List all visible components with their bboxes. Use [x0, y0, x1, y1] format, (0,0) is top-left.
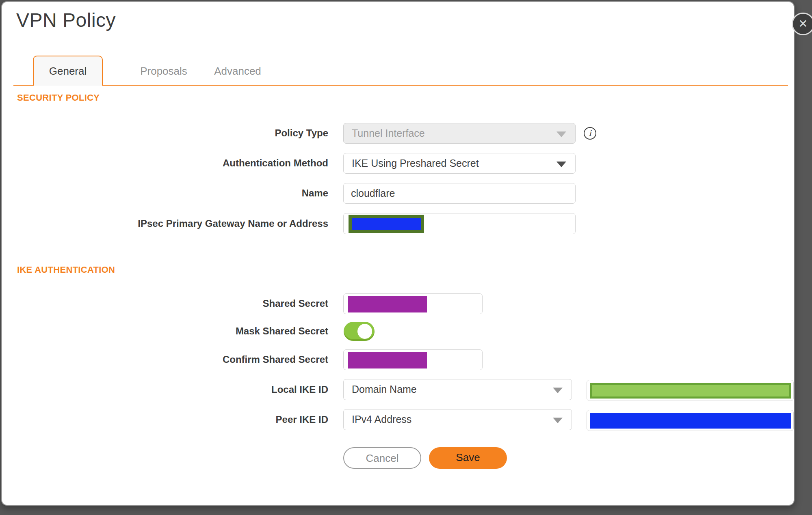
name-input[interactable]: [344, 183, 575, 203]
policy-type-label: Policy Type: [0, 127, 328, 139]
name-field-wrap: [343, 183, 576, 204]
peer-ike-id-value-input[interactable]: [587, 410, 794, 431]
tab-general[interactable]: General: [33, 56, 103, 86]
mask-shared-secret-toggle[interactable]: [344, 322, 375, 341]
chevron-down-icon: [556, 162, 566, 167]
shared-secret-redaction-box: [348, 296, 427, 312]
local-ike-id-value-input[interactable]: [587, 380, 794, 401]
local-ike-id-select[interactable]: Domain Name: [343, 379, 572, 400]
name-label: Name: [0, 187, 328, 199]
local-ike-id-redaction-box: [590, 383, 791, 399]
gateway-redaction-box: [349, 215, 424, 233]
gateway-input[interactable]: [343, 213, 576, 234]
dialog-title: VPN Policy: [16, 9, 116, 31]
tab-proposals-label: Proposals: [140, 65, 187, 77]
tab-proposals[interactable]: Proposals: [131, 56, 196, 86]
chevron-down-icon: [556, 131, 566, 137]
shared-secret-label: Shared Secret: [0, 297, 328, 310]
section-ike-authentication: IKE AUTHENTICATION: [17, 265, 115, 275]
cancel-button[interactable]: Cancel: [343, 447, 421, 469]
authentication-method-value: IKE Using Preshared Secret: [352, 153, 479, 173]
gateway-label: IPsec Primary Gateway Name or Address: [0, 218, 328, 230]
toggle-knob: [357, 324, 372, 339]
mask-shared-secret-label: Mask Shared Secret: [0, 325, 328, 337]
confirm-shared-secret-label: Confirm Shared Secret: [0, 353, 328, 366]
peer-ike-id-label: Peer IKE ID: [0, 414, 328, 426]
local-ike-id-label: Local IKE ID: [0, 384, 328, 396]
confirm-shared-secret-input[interactable]: [343, 349, 483, 370]
policy-type-value: Tunnel Interface: [352, 123, 425, 143]
authentication-method-select[interactable]: IKE Using Preshared Secret: [343, 153, 576, 174]
chevron-down-icon: [553, 388, 563, 393]
section-security-policy: SECURITY POLICY: [17, 93, 100, 103]
tab-advanced[interactable]: Advanced: [205, 56, 270, 86]
chevron-down-icon: [553, 418, 563, 423]
peer-ike-id-type: IPv4 Address: [352, 409, 411, 429]
modal-overlay: VPN Policy ✕ General Proposals Advanced …: [0, 0, 812, 515]
save-button[interactable]: Save: [429, 447, 507, 469]
local-ike-id-type: Domain Name: [352, 379, 417, 399]
tab-general-label: General: [49, 65, 87, 77]
info-icon[interactable]: i: [584, 127, 596, 140]
close-button[interactable]: ✕: [792, 13, 812, 35]
peer-ike-id-select[interactable]: IPv4 Address: [343, 409, 572, 430]
tab-advanced-label: Advanced: [214, 65, 261, 77]
tab-bar: General Proposals Advanced: [13, 56, 788, 86]
confirm-shared-secret-redaction-box: [348, 352, 427, 368]
shared-secret-input[interactable]: [343, 293, 483, 314]
authentication-method-label: Authentication Method: [0, 157, 328, 169]
policy-type-select: Tunnel Interface: [343, 123, 576, 144]
close-icon: ✕: [798, 17, 808, 30]
peer-ike-id-redaction-box: [590, 413, 791, 429]
